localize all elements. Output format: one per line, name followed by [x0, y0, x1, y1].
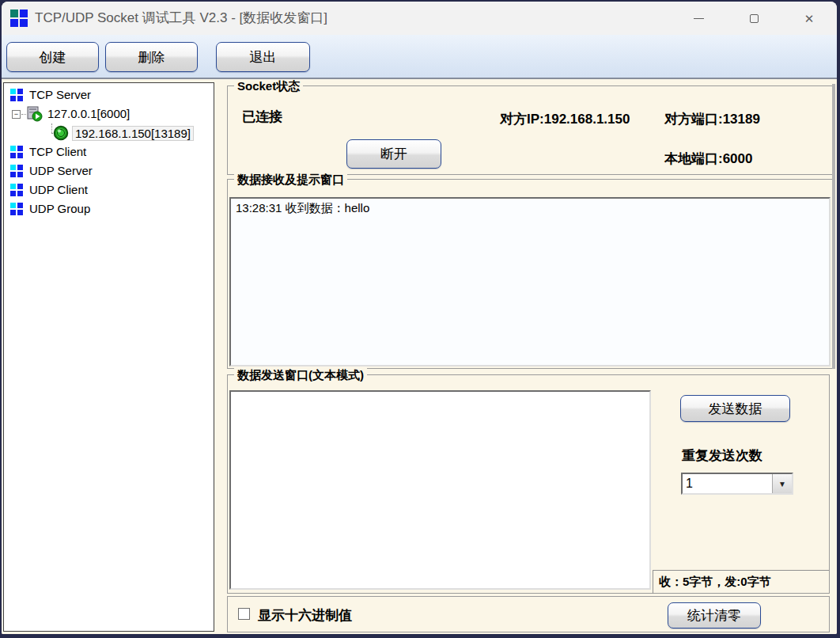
hex-display-label: 显示十六进制值	[258, 606, 352, 625]
tree-item-label-selected: 192.168.1.150[13189]	[72, 126, 194, 141]
peer-ip-value: 对方IP:192.168.1.150	[500, 110, 630, 128]
app-window: TCP/UDP Socket 调试工具 V2.3 - [数据收发窗口] ✕ 创建…	[2, 2, 837, 634]
tree-item-udp-group[interactable]: UDP Group	[4, 199, 214, 218]
server-icon	[26, 106, 44, 122]
tree-item-label: UDP Group	[29, 202, 90, 215]
send-group-title: 数据发送窗口(文本模式)	[234, 368, 367, 383]
tree-item-label: TCP Server	[29, 88, 91, 101]
protocol-grid-icon	[10, 184, 23, 196]
exit-button[interactable]: 退出	[216, 42, 310, 72]
protocol-grid-icon	[10, 203, 23, 215]
protocol-grid-icon	[10, 146, 23, 158]
clear-stats-button[interactable]: 统计清零	[668, 602, 761, 629]
socket-status-group: Socket状态 已连接 对方IP:192.168.1.150 对方端口:131…	[227, 85, 833, 175]
local-port-value: 本地端口:6000	[664, 150, 752, 168]
window-title: TCP/UDP Socket 调试工具 V2.3 - [数据收发窗口]	[35, 2, 327, 35]
repeat-count-combobox[interactable]: 1 ▼	[681, 473, 793, 495]
tree-item-tcp-server[interactable]: TCP Server	[4, 85, 214, 104]
toolbar: 创建 删除 退出	[2, 35, 837, 79]
protocol-grid-icon	[10, 165, 23, 177]
tree-item-server-127[interactable]: − 127.0.0.1[6000]	[4, 104, 214, 123]
create-button[interactable]: 创建	[6, 42, 99, 72]
repeat-count-label: 重复发送次数	[682, 446, 762, 465]
connection-ball-icon	[53, 125, 69, 141]
connection-tree: TCP Server − 127.0.0.1[6000]	[3, 82, 214, 632]
send-input-area[interactable]	[229, 390, 651, 590]
titlebar: TCP/UDP Socket 调试工具 V2.3 - [数据收发窗口] ✕	[2, 2, 837, 35]
close-icon: ✕	[804, 13, 815, 25]
tree-item-label: 127.0.0.1[6000]	[47, 107, 130, 120]
close-button[interactable]: ✕	[781, 2, 837, 35]
tree-item-udp-client[interactable]: UDP Client	[4, 180, 214, 199]
tree-item-udp-server[interactable]: UDP Server	[4, 161, 214, 180]
receive-log-area[interactable]: 13:28:31 收到数据：hello	[229, 197, 831, 366]
options-bar: 显示十六进制值 统计清零	[227, 596, 830, 632]
maximize-button[interactable]	[726, 2, 781, 35]
session-panel: Socket状态 已连接 对方IP:192.168.1.150 对方端口:131…	[224, 81, 837, 634]
minimize-button[interactable]	[671, 2, 726, 35]
protocol-grid-icon	[10, 89, 23, 101]
tree-item-label: TCP Client	[29, 145, 86, 158]
receive-group: 数据接收及提示窗口 13:28:31 收到数据：hello	[227, 179, 833, 369]
socket-status-group-title: Socket状态	[234, 79, 303, 94]
delete-button[interactable]: 删除	[105, 42, 198, 72]
repeat-count-value: 1	[683, 474, 772, 493]
send-group: 数据发送窗口(文本模式) 发送数据 重复发送次数 1 ▼ 收：5字节，发:0字节	[227, 374, 830, 594]
peer-port-value: 对方端口:13189	[664, 110, 760, 128]
tree-item-label: UDP Client	[29, 183, 88, 196]
disconnect-button[interactable]: 断开	[346, 139, 441, 169]
send-data-button[interactable]: 发送数据	[680, 395, 790, 422]
receive-log-line: 13:28:31 收到数据：hello	[236, 201, 369, 215]
receive-group-title: 数据接收及提示窗口	[234, 173, 347, 188]
connection-state: 已连接	[242, 108, 282, 126]
tree-item-client-192[interactable]: 192.168.1.150[13189]	[4, 123, 214, 142]
window-resize-edge	[832, 84, 835, 369]
collapse-expander-icon[interactable]: −	[12, 110, 21, 119]
minimize-icon	[694, 18, 704, 19]
main-area: TCP Server − 127.0.0.1[6000]	[2, 81, 837, 634]
chevron-down-icon[interactable]: ▼	[772, 474, 792, 493]
hex-display-checkbox[interactable]	[238, 608, 250, 620]
tree-item-tcp-client[interactable]: TCP Client	[4, 142, 214, 161]
tree-item-label: UDP Server	[29, 164, 93, 177]
maximize-icon	[750, 14, 759, 23]
byte-stats: 收：5字节，发:0字节	[653, 570, 829, 594]
app-logo-icon	[10, 9, 28, 27]
